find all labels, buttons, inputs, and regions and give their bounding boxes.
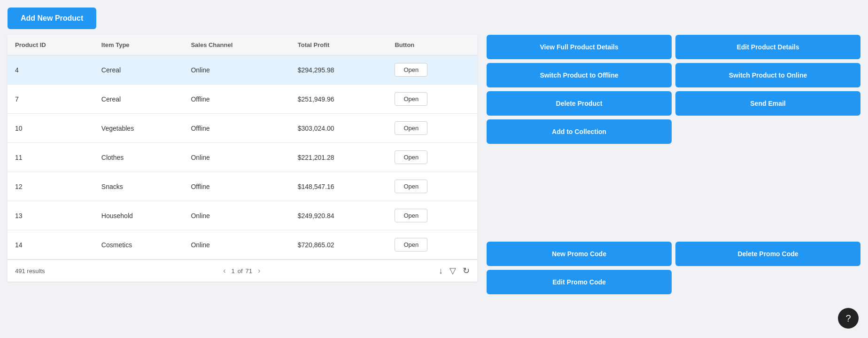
cell-sales-channel: Online	[183, 201, 290, 230]
cell-open-button: Open	[387, 55, 477, 85]
help-button[interactable]: ?	[838, 308, 859, 329]
cell-total-profit: $221,201.28	[290, 143, 388, 172]
cell-open-button: Open	[387, 143, 477, 172]
product-table: Product ID Item Type Sales Channel Total…	[8, 35, 477, 259]
cell-product-id: 10	[8, 114, 94, 143]
edit-product-details-button[interactable]: Edit Product Details	[675, 35, 860, 59]
cell-open-button: Open	[387, 230, 477, 259]
cell-total-profit: $249,920.84	[290, 201, 388, 230]
cell-sales-channel: Online	[183, 143, 290, 172]
help-icon: ?	[845, 313, 851, 324]
table-footer: 491 results ‹ 1 of 71 › ↓ ▽ ↻	[8, 259, 477, 282]
cell-sales-channel: Online	[183, 230, 290, 259]
download-icon[interactable]: ↓	[439, 266, 443, 276]
cell-sales-channel: Offline	[183, 172, 290, 201]
filter-icon[interactable]: ▽	[450, 266, 456, 276]
table-row[interactable]: 10VegetablesOffline$303,024.00Open	[8, 114, 477, 143]
footer-actions: ↓ ▽ ↻	[439, 266, 470, 276]
col-header-product-id: Product ID	[8, 35, 94, 55]
add-new-product-button[interactable]: Add New Product	[8, 8, 96, 29]
cell-total-profit: $720,865.02	[290, 230, 388, 259]
action-panel: View Full Product Details Edit Product D…	[487, 35, 860, 294]
cell-open-button: Open	[387, 85, 477, 114]
cell-product-id: 7	[8, 85, 94, 114]
next-page-button[interactable]: ›	[255, 266, 263, 276]
promo-section: New Promo Code Delete Promo Code Edit Pr…	[487, 242, 860, 294]
product-table-section: Product ID Item Type Sales Channel Total…	[8, 35, 477, 282]
cell-open-button: Open	[387, 114, 477, 143]
edit-promo-code-button[interactable]: Edit Promo Code	[487, 270, 672, 294]
cell-item-type: Clothes	[94, 143, 184, 172]
cell-product-id: 4	[8, 55, 94, 85]
content-area: Product ID Item Type Sales Channel Total…	[8, 35, 860, 294]
open-button[interactable]: Open	[395, 180, 427, 193]
cell-sales-channel: Offline	[183, 85, 290, 114]
table-header-row: Product ID Item Type Sales Channel Total…	[8, 35, 477, 55]
send-email-button[interactable]: Send Email	[675, 91, 860, 116]
cell-item-type: Cereal	[94, 85, 184, 114]
table-row[interactable]: 12SnacksOffline$148,547.16Open	[8, 172, 477, 201]
cell-item-type: Household	[94, 201, 184, 230]
cell-product-id: 13	[8, 201, 94, 230]
refresh-icon[interactable]: ↻	[463, 266, 470, 276]
table-row[interactable]: 13HouseholdOnline$249,920.84Open	[8, 201, 477, 230]
spacer	[487, 148, 860, 242]
cell-total-profit: $303,024.00	[290, 114, 388, 143]
page-wrapper: Add New Product Product ID Item Type Sal…	[8, 8, 860, 294]
pagination: ‹ 1 of 71 ›	[220, 266, 263, 276]
open-button[interactable]: Open	[395, 92, 427, 106]
cell-product-id: 12	[8, 172, 94, 201]
cell-total-profit: $251,949.96	[290, 85, 388, 114]
table-row[interactable]: 14CosmeticsOnline$720,865.02Open	[8, 230, 477, 259]
table-row[interactable]: 11ClothesOnline$221,201.28Open	[8, 143, 477, 172]
current-page: 1	[232, 267, 235, 275]
cell-item-type: Vegetables	[94, 114, 184, 143]
cell-product-id: 14	[8, 230, 94, 259]
open-button[interactable]: Open	[395, 121, 427, 135]
total-pages: 71	[246, 267, 252, 275]
prev-page-button[interactable]: ‹	[220, 266, 228, 276]
cell-open-button: Open	[387, 201, 477, 230]
col-header-item-type: Item Type	[94, 35, 184, 55]
col-header-sales-channel: Sales Channel	[183, 35, 290, 55]
delete-product-button[interactable]: Delete Product	[487, 91, 672, 116]
cell-sales-channel: Offline	[183, 114, 290, 143]
table-row[interactable]: 4CerealOnline$294,295.98Open	[8, 55, 477, 85]
cell-open-button: Open	[387, 172, 477, 201]
cell-item-type: Cosmetics	[94, 230, 184, 259]
cell-product-id: 11	[8, 143, 94, 172]
open-button[interactable]: Open	[395, 150, 427, 164]
of-label: of	[238, 267, 243, 275]
col-header-button: Button	[387, 35, 477, 55]
new-promo-code-button[interactable]: New Promo Code	[487, 242, 672, 266]
cell-total-profit: $294,295.98	[290, 55, 388, 85]
switch-product-to-online-button[interactable]: Switch Product to Online	[675, 63, 860, 87]
switch-product-to-offline-button[interactable]: Switch Product to Offline	[487, 63, 672, 87]
col-header-total-profit: Total Profit	[290, 35, 388, 55]
results-count: 491 results	[15, 267, 45, 275]
open-button[interactable]: Open	[395, 63, 427, 77]
cell-item-type: Cereal	[94, 55, 184, 85]
open-button[interactable]: Open	[395, 209, 427, 222]
cell-sales-channel: Online	[183, 55, 290, 85]
delete-promo-code-button[interactable]: Delete Promo Code	[675, 242, 860, 266]
action-buttons-grid: View Full Product Details Edit Product D…	[487, 35, 860, 144]
cell-item-type: Snacks	[94, 172, 184, 201]
cell-total-profit: $148,547.16	[290, 172, 388, 201]
table-row[interactable]: 7CerealOffline$251,949.96Open	[8, 85, 477, 114]
add-to-collection-button[interactable]: Add to Collection	[487, 119, 672, 144]
open-button[interactable]: Open	[395, 238, 427, 252]
top-bar: Add New Product	[8, 8, 860, 29]
view-full-product-details-button[interactable]: View Full Product Details	[487, 35, 672, 59]
